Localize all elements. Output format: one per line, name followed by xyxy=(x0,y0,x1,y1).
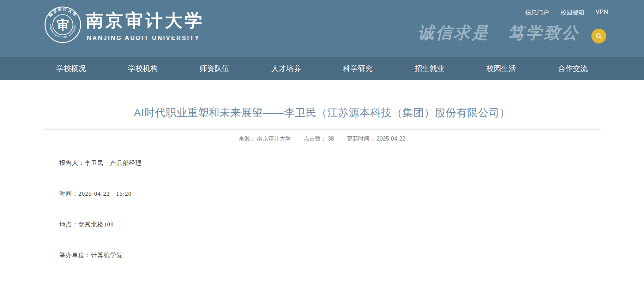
search-icon xyxy=(595,32,602,40)
quick-link-vpn[interactable]: VPN xyxy=(596,8,608,17)
meta-source-label: 来源： xyxy=(239,136,255,142)
meta-source-value: 南京审计大学 xyxy=(257,136,291,142)
quick-link-info-portal[interactable]: 信息门户 xyxy=(525,8,549,17)
meta-clicks-value: 38 xyxy=(328,136,334,142)
meta-clicks: 点击数：38 xyxy=(304,135,334,143)
article-paragraph: 地点：竞秀北楼109 xyxy=(59,221,644,228)
svg-text:审: 审 xyxy=(57,18,69,31)
site-header: 南京审计大学 NANJING AUDIT · 1983 · UNIVERSITY… xyxy=(0,0,644,57)
nav-item-talent-cultivation[interactable]: 人才培养 xyxy=(250,57,322,80)
title-divider xyxy=(43,129,601,130)
nav-item-campus-life[interactable]: 校园生活 xyxy=(465,57,537,80)
university-name-en: NANJING AUDIT UNIVERSITY xyxy=(87,35,200,42)
article-paragraph: 举办单位：计算机学院 xyxy=(59,252,644,259)
nav-item-scientific-research[interactable]: 科学研究 xyxy=(322,57,394,80)
article-title: AI时代职业重塑和未来展望——李卫民（江苏源本科技（集团）股份有限公司） xyxy=(0,106,644,120)
university-motto-calligraphy: 诚信求是 笃学致公 xyxy=(418,22,580,44)
nav-item-school-organizations[interactable]: 学校机构 xyxy=(107,57,179,80)
article-paragraph: 报告人：李卫民 产品部经理 xyxy=(59,160,644,167)
university-seal-icon: 南京审计大学 NANJING AUDIT · 1983 · UNIVERSITY… xyxy=(44,6,82,43)
nav-item-faculty[interactable]: 师资队伍 xyxy=(179,57,250,80)
meta-updated-label: 更新时间： xyxy=(347,136,375,142)
nav-item-cooperation-exchange[interactable]: 合作交流 xyxy=(537,57,609,80)
article-paragraph: 时间：2025-04-22 15:20 xyxy=(59,190,644,197)
meta-clicks-label: 点击数： xyxy=(304,136,326,142)
nav-item-admissions-employment[interactable]: 招生就业 xyxy=(394,57,465,80)
meta-source: 来源：南京审计大学 xyxy=(239,135,291,143)
main-navigation: 学校概况 学校机构 师资队伍 人才培养 科学研究 招生就业 校园生活 合作交流 xyxy=(0,57,644,80)
header-quick-links: 信息门户 校园邮箱 VPN xyxy=(525,8,608,17)
quick-link-campus-mail[interactable]: 校园邮箱 xyxy=(560,8,584,17)
article-page: AI时代职业重塑和未来展望——李卫民（江苏源本科技（集团）股份有限公司） 来源：… xyxy=(0,106,644,259)
meta-updated: 更新时间：2025-04-22 xyxy=(347,135,405,143)
meta-updated-value: 2025-04-22 xyxy=(377,136,405,142)
university-name-cn: 南京审计大学 xyxy=(86,9,204,32)
nav-item-school-overview[interactable]: 学校概况 xyxy=(35,57,107,80)
article-body: 报告人：李卫民 产品部经理 时间：2025-04-22 15:20 地点：竞秀北… xyxy=(59,160,644,259)
svg-text:南京审计大学: 南京审计大学 xyxy=(47,6,78,18)
article-meta: 来源：南京审计大学 点击数：38 更新时间：2025-04-22 xyxy=(0,135,644,143)
university-logo[interactable]: 南京审计大学 NANJING AUDIT · 1983 · UNIVERSITY… xyxy=(44,6,196,45)
search-button[interactable] xyxy=(591,29,606,43)
